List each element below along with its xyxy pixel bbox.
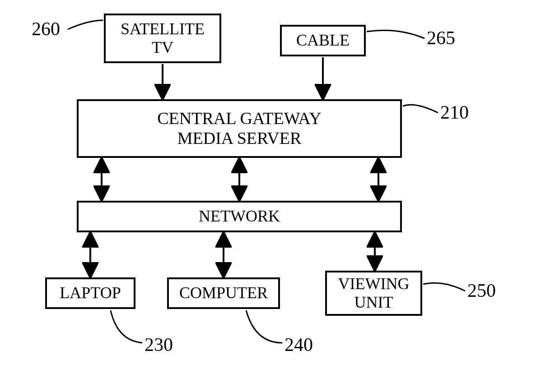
box-satellite-tv: SATELLITE TV bbox=[104, 14, 221, 63]
lead-210 bbox=[403, 105, 438, 113]
box-viewing-unit: VIEWING UNIT bbox=[325, 271, 422, 316]
box-network: NETWORK bbox=[77, 201, 402, 232]
ref-210: 210 bbox=[440, 101, 469, 123]
lead-260 bbox=[68, 20, 103, 29]
arrows-overlay bbox=[0, 0, 541, 392]
diagram-canvas: SATELLITE TV CABLE CENTRAL GATEWAY MEDIA… bbox=[0, 0, 541, 392]
box-central-gateway: CENTRAL GATEWAY MEDIA SERVER bbox=[77, 99, 402, 158]
lead-250 bbox=[423, 283, 465, 291]
ref-250: 250 bbox=[467, 280, 496, 301]
ref-230: 230 bbox=[145, 334, 173, 355]
ref-260: 260 bbox=[32, 18, 60, 40]
lead-230 bbox=[111, 310, 142, 343]
lead-265 bbox=[367, 30, 424, 38]
box-cable: CABLE bbox=[280, 25, 366, 56]
box-computer: COMPUTER bbox=[167, 277, 280, 309]
ref-265: 265 bbox=[427, 27, 455, 49]
lead-240 bbox=[246, 310, 282, 343]
ref-240: 240 bbox=[284, 334, 313, 355]
box-laptop: LAPTOP bbox=[45, 277, 135, 309]
